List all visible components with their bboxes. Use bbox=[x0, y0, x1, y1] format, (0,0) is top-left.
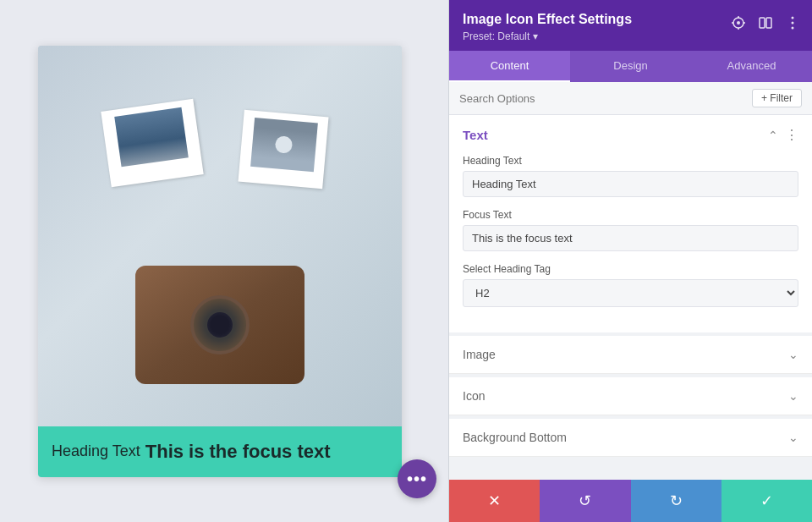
text-more-icon[interactable]: ⋮ bbox=[785, 127, 798, 143]
panel-content: Text ⌃ ⋮ Heading Text Focus Text Select … bbox=[449, 115, 812, 480]
background-bottom-section-header[interactable]: Background Bottom ⌄ bbox=[449, 419, 812, 456]
photo-item-1 bbox=[101, 98, 203, 186]
text-section-title: Text bbox=[463, 128, 488, 142]
svg-point-1 bbox=[737, 21, 740, 25]
redo-button[interactable]: ↻ bbox=[631, 480, 721, 522]
tab-design[interactable]: Design bbox=[570, 51, 691, 82]
photo-item-2 bbox=[238, 109, 328, 188]
panel-header-icons bbox=[729, 14, 802, 32]
tab-advanced[interactable]: Advanced bbox=[691, 51, 812, 82]
text-section: Text ⌃ ⋮ Heading Text Focus Text Select … bbox=[449, 115, 812, 332]
icon-section: Icon ⌄ bbox=[449, 377, 812, 415]
camera-body bbox=[135, 266, 304, 384]
columns-icon[interactable] bbox=[756, 14, 775, 32]
photo-background bbox=[38, 46, 402, 426]
settings-panel: Image Icon Effect Settings Preset: Defau… bbox=[448, 0, 812, 522]
svg-point-9 bbox=[792, 22, 794, 25]
search-input[interactable] bbox=[459, 92, 752, 105]
fab-dots-icon: ••• bbox=[407, 470, 427, 489]
heading-tag-label: Select Heading Tag bbox=[463, 263, 798, 275]
filter-button[interactable]: + Filter bbox=[752, 89, 802, 107]
redo-icon: ↻ bbox=[670, 492, 683, 510]
target-icon[interactable] bbox=[729, 14, 748, 32]
svg-point-10 bbox=[792, 27, 794, 30]
svg-point-8 bbox=[792, 17, 794, 19]
icon-section-title: Icon bbox=[463, 389, 485, 403]
heading-text-input[interactable] bbox=[463, 171, 798, 197]
more-vert-icon[interactable] bbox=[783, 14, 802, 32]
icon-section-header[interactable]: Icon ⌄ bbox=[449, 377, 812, 415]
cancel-icon: ✕ bbox=[488, 492, 501, 510]
background-bottom-section-title: Background Bottom bbox=[463, 431, 567, 444]
save-icon: ✓ bbox=[760, 492, 773, 510]
camera-case bbox=[135, 266, 304, 401]
cancel-button[interactable]: ✕ bbox=[449, 480, 540, 522]
undo-button[interactable]: ↺ bbox=[540, 480, 630, 522]
svg-rect-7 bbox=[766, 18, 771, 28]
panel-toolbar: ✕ ↺ ↻ ✓ bbox=[449, 480, 812, 522]
preview-area: Heading Text This is the focus text bbox=[0, 0, 440, 522]
panel-header: Image Icon Effect Settings Preset: Defau… bbox=[449, 0, 812, 51]
preview-image bbox=[38, 46, 402, 426]
image-section-title: Image bbox=[463, 348, 496, 361]
background-bottom-section: Background Bottom ⌄ bbox=[449, 419, 812, 457]
preview-caption: Heading Text This is the focus text bbox=[38, 426, 402, 477]
panel-preset[interactable]: Preset: Default ▾ bbox=[463, 30, 798, 42]
text-chevron-up-icon: ⌃ bbox=[768, 129, 778, 142]
undo-icon: ↺ bbox=[579, 492, 591, 510]
text-section-icons: ⌃ ⋮ bbox=[768, 127, 798, 143]
text-section-header[interactable]: Text ⌃ ⋮ bbox=[449, 115, 812, 155]
focus-text-input[interactable] bbox=[463, 225, 798, 251]
heading-text-label: Heading Text bbox=[463, 155, 798, 167]
fab-button[interactable]: ••• bbox=[398, 459, 436, 498]
caption-bold-text: This is the focus text bbox=[145, 441, 331, 463]
search-bar: + Filter bbox=[449, 82, 812, 115]
heading-tag-field: Select Heading Tag H1 H2 H3 H4 H5 H6 bbox=[463, 263, 798, 307]
image-section: Image ⌄ bbox=[449, 336, 812, 374]
focus-text-label: Focus Text bbox=[463, 209, 798, 221]
panel-tabs: Content Design Advanced bbox=[449, 51, 812, 82]
caption-normal-text: Heading Text bbox=[52, 442, 140, 460]
tab-content[interactable]: Content bbox=[449, 51, 570, 82]
heading-tag-select[interactable]: H1 H2 H3 H4 H5 H6 bbox=[463, 279, 798, 307]
image-chevron-down-icon: ⌄ bbox=[788, 348, 798, 361]
preview-card: Heading Text This is the focus text bbox=[38, 46, 402, 477]
icon-chevron-down-icon: ⌄ bbox=[788, 389, 798, 403]
background-bottom-chevron-down-icon: ⌄ bbox=[788, 431, 798, 444]
svg-rect-6 bbox=[760, 18, 765, 28]
heading-text-field: Heading Text bbox=[463, 155, 798, 197]
focus-text-field: Focus Text bbox=[463, 209, 798, 251]
camera-lens bbox=[190, 295, 250, 354]
image-section-header[interactable]: Image ⌄ bbox=[449, 336, 812, 373]
text-section-body: Heading Text Focus Text Select Heading T… bbox=[449, 155, 812, 332]
save-button[interactable]: ✓ bbox=[721, 480, 812, 522]
